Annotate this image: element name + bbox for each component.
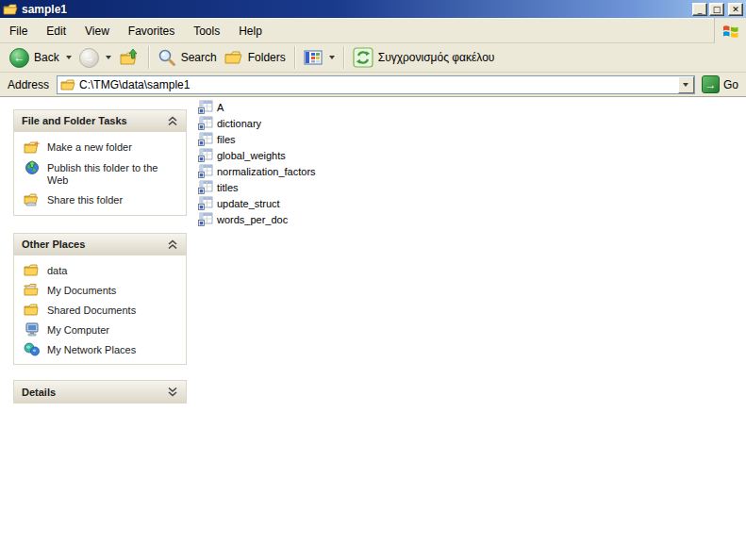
place-my-computer[interactable]: My Computer bbox=[24, 322, 180, 337]
file-item[interactable]: update_struct bbox=[198, 195, 316, 211]
panel-title: Details bbox=[22, 387, 56, 398]
forward-button[interactable]: → bbox=[75, 46, 115, 70]
matrix-file-icon bbox=[198, 164, 213, 178]
toolbar-separator bbox=[343, 46, 344, 69]
panel-title: File and Folder Tasks bbox=[22, 115, 127, 126]
task-label: Make a new folder bbox=[47, 140, 132, 154]
place-my-network-places[interactable]: My Network Places bbox=[24, 342, 180, 356]
file-name: files bbox=[217, 134, 236, 145]
matrix-file-icon bbox=[198, 212, 213, 226]
file-item[interactable]: files bbox=[198, 131, 316, 147]
sync-folder-button[interactable]: Συγχρονισμός φακέλου bbox=[349, 45, 499, 70]
menu-tools[interactable]: Tools bbox=[184, 21, 229, 41]
folders-button[interactable]: Folders bbox=[221, 47, 290, 68]
address-label: Address bbox=[4, 78, 57, 91]
forward-icon: → bbox=[79, 48, 99, 68]
menu-edit[interactable]: Edit bbox=[37, 21, 75, 41]
address-bar: Address C:\TMG\data\sample1 → Go bbox=[0, 73, 746, 97]
title-bar[interactable]: sample1 _ □ ✕ bbox=[0, 0, 746, 18]
file-folder-tasks-header[interactable]: File and Folder Tasks bbox=[14, 110, 186, 132]
minimize-button[interactable]: _ bbox=[692, 3, 707, 16]
close-button[interactable]: ✕ bbox=[728, 3, 743, 16]
place-label: My Computer bbox=[47, 322, 109, 337]
back-dropdown-icon[interactable] bbox=[66, 56, 72, 59]
file-folder-tasks-panel: File and Folder Tasks Make a new folder bbox=[13, 109, 187, 216]
file-item[interactable]: A bbox=[198, 99, 316, 115]
task-label: Share this folder bbox=[47, 192, 123, 206]
task-publish-to-web[interactable]: Publish this folder to the Web bbox=[24, 160, 180, 187]
file-item[interactable]: normalization_factors bbox=[198, 163, 316, 179]
file-item[interactable]: global_weights bbox=[198, 147, 316, 163]
back-icon: ← bbox=[9, 48, 29, 68]
address-input[interactable]: C:\TMG\data\sample1 bbox=[57, 75, 695, 94]
file-name: A bbox=[217, 102, 224, 113]
panel-title: Other Places bbox=[22, 239, 85, 250]
address-folder-icon bbox=[60, 78, 75, 91]
address-dropdown-button[interactable] bbox=[678, 76, 694, 93]
other-places-header[interactable]: Other Places bbox=[14, 234, 186, 255]
matrix-file-icon bbox=[198, 132, 213, 146]
file-name: dictionary bbox=[217, 118, 261, 129]
task-label: Publish this folder to the Web bbox=[47, 160, 174, 187]
sync-icon bbox=[353, 47, 373, 68]
folders-label: Folders bbox=[248, 51, 286, 64]
share-folder-icon bbox=[24, 192, 41, 207]
chevron-down-icon bbox=[683, 83, 688, 87]
views-dropdown-icon[interactable] bbox=[329, 56, 335, 59]
place-data[interactable]: data bbox=[24, 263, 180, 277]
search-button[interactable]: Search bbox=[154, 46, 221, 69]
file-item[interactable]: words_per_doc bbox=[198, 211, 316, 227]
my-documents-icon bbox=[24, 283, 41, 297]
toolbar-separator bbox=[148, 46, 149, 69]
place-label: data bbox=[47, 263, 67, 277]
chevron-double-up-icon[interactable] bbox=[167, 116, 178, 126]
file-name: normalization_factors bbox=[217, 166, 316, 177]
task-pane-sidebar: File and Folder Tasks Make a new folder bbox=[13, 109, 187, 404]
up-folder-icon bbox=[119, 47, 140, 68]
menu-help[interactable]: Help bbox=[229, 21, 272, 41]
file-name: global_weights bbox=[217, 150, 286, 161]
windows-logo-icon bbox=[714, 18, 746, 43]
menu-favorites[interactable]: Favorites bbox=[119, 21, 184, 41]
file-item[interactable]: titles bbox=[198, 179, 316, 195]
file-list: A dictionary f bbox=[198, 99, 316, 227]
window-folder-icon bbox=[3, 3, 18, 16]
place-shared-documents[interactable]: Shared Documents bbox=[24, 303, 180, 317]
task-share-this-folder[interactable]: Share this folder bbox=[24, 192, 180, 207]
up-button[interactable] bbox=[115, 45, 143, 70]
task-make-new-folder[interactable]: Make a new folder bbox=[24, 140, 180, 155]
folder-icon bbox=[24, 263, 41, 277]
file-item[interactable]: dictionary bbox=[198, 115, 316, 131]
views-button[interactable] bbox=[300, 48, 339, 67]
chevron-double-up-icon[interactable] bbox=[167, 239, 178, 250]
maximize-button[interactable]: □ bbox=[709, 3, 724, 16]
menu-file[interactable]: File bbox=[0, 21, 37, 41]
window-title: sample1 bbox=[22, 3, 692, 16]
go-label: Go bbox=[723, 78, 738, 91]
place-my-documents[interactable]: My Documents bbox=[24, 283, 180, 297]
toolbar: ← Back → Search bbox=[0, 43, 746, 73]
matrix-file-icon bbox=[198, 116, 213, 130]
matrix-file-icon bbox=[198, 148, 213, 162]
back-button[interactable]: ← Back bbox=[6, 46, 75, 70]
publish-web-icon bbox=[24, 160, 41, 175]
chevron-double-down-icon[interactable] bbox=[167, 387, 178, 397]
my-network-places-icon bbox=[24, 342, 41, 356]
toolbar-separator bbox=[294, 46, 295, 69]
go-button[interactable]: → Go bbox=[702, 75, 738, 93]
my-computer-icon bbox=[24, 322, 41, 337]
address-value: C:\TMG\data\sample1 bbox=[79, 78, 678, 91]
back-label: Back bbox=[34, 51, 59, 64]
sync-label: Συγχρονισμός φακέλου bbox=[378, 51, 495, 64]
matrix-file-icon bbox=[198, 196, 213, 210]
new-folder-icon bbox=[24, 140, 41, 155]
shared-documents-icon bbox=[24, 303, 41, 317]
place-label: My Documents bbox=[47, 283, 116, 297]
menu-bar: File Edit View Favorites Tools Help bbox=[0, 18, 746, 43]
menu-view[interactable]: View bbox=[75, 21, 119, 41]
file-name: titles bbox=[217, 182, 239, 193]
details-header[interactable]: Details bbox=[14, 381, 186, 403]
forward-dropdown-icon[interactable] bbox=[106, 56, 111, 59]
file-name: update_struct bbox=[217, 198, 280, 209]
other-places-panel: Other Places data bbox=[13, 233, 187, 365]
